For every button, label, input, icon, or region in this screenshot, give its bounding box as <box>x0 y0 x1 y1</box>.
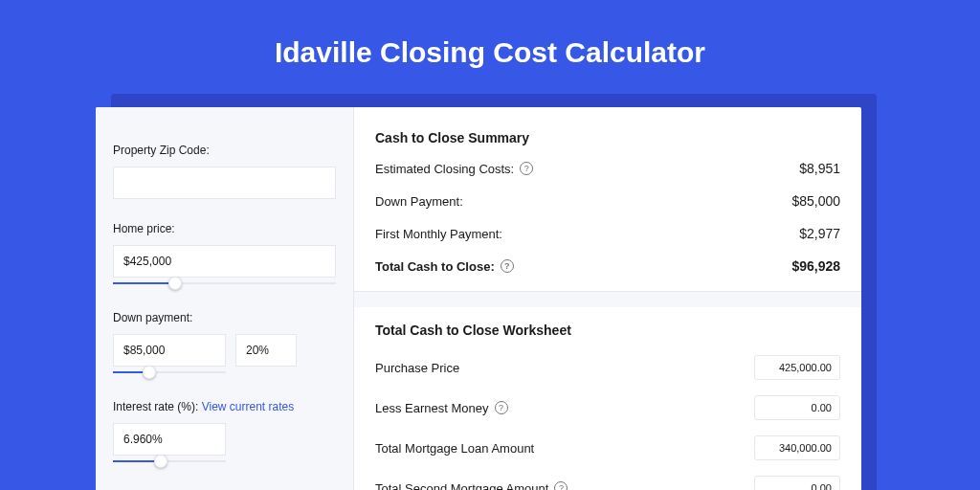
home-price-label: Home price: <box>113 222 336 235</box>
down-payment-summary-label: Down Payment: <box>375 194 463 209</box>
mortgage-loan-label: Total Mortgage Loan Amount <box>375 441 534 456</box>
worksheet-row-earnest-money: Less Earnest Money ? <box>375 395 840 420</box>
second-mortgage-input[interactable] <box>754 476 840 490</box>
input-panel: Property Zip Code: Home price: Down paym… <box>96 107 354 490</box>
earnest-money-input[interactable] <box>754 395 840 420</box>
down-payment-slider[interactable] <box>113 366 226 379</box>
home-price-slider[interactable] <box>113 277 336 290</box>
home-price-input[interactable] <box>113 245 336 278</box>
down-payment-input[interactable] <box>113 334 226 367</box>
estimated-costs-label: Estimated Closing Costs: <box>375 162 514 176</box>
summary-row-estimated-costs: Estimated Closing Costs: ? $8,951 <box>375 161 840 176</box>
worksheet-heading: Total Cash to Close Worksheet <box>375 323 840 338</box>
help-icon[interactable]: ? <box>495 401 508 414</box>
first-monthly-label: First Monthly Payment: <box>375 227 502 241</box>
calculator-card: Property Zip Code: Home price: Down paym… <box>96 107 861 490</box>
worksheet-row-second-mortgage: Total Second Mortgage Amount ? <box>375 476 840 490</box>
zip-input[interactable] <box>113 167 336 199</box>
page-title: Idaville Closing Cost Calculator <box>0 0 980 69</box>
earnest-money-label: Less Earnest Money <box>375 401 489 415</box>
view-rates-link[interactable]: View current rates <box>202 400 295 413</box>
second-mortgage-label: Total Second Mortgage Amount <box>375 481 548 491</box>
interest-rate-label: Interest rate (%): View current rates <box>113 400 336 413</box>
summary-heading: Cash to Close Summary <box>375 130 840 145</box>
worksheet-section: Total Cash to Close Worksheet Purchase P… <box>375 307 840 490</box>
interest-rate-label-text: Interest rate (%): <box>113 400 202 413</box>
summary-row-total: Total Cash to Close: ? $96,928 <box>375 258 840 274</box>
results-panel: Cash to Close Summary Estimated Closing … <box>354 107 861 490</box>
help-icon[interactable]: ? <box>520 162 533 175</box>
help-icon[interactable]: ? <box>554 481 568 490</box>
mortgage-loan-input[interactable] <box>754 435 840 460</box>
section-gap <box>354 292 861 307</box>
interest-rate-input[interactable] <box>113 423 226 456</box>
purchase-price-label: Purchase Price <box>375 361 459 375</box>
worksheet-row-purchase-price: Purchase Price <box>375 355 840 380</box>
down-payment-percent-input[interactable] <box>235 334 297 367</box>
total-cash-value: $96,928 <box>791 258 840 274</box>
down-payment-summary-value: $85,000 <box>791 193 840 209</box>
purchase-price-input[interactable] <box>754 355 840 380</box>
first-monthly-value: $2,977 <box>799 226 840 241</box>
total-cash-label: Total Cash to Close: <box>375 259 495 274</box>
estimated-costs-value: $8,951 <box>799 161 840 176</box>
zip-label: Property Zip Code: <box>113 144 336 157</box>
help-icon[interactable]: ? <box>501 259 514 273</box>
summary-row-down-payment: Down Payment: $85,000 <box>375 193 840 209</box>
summary-row-first-monthly: First Monthly Payment: $2,977 <box>375 226 840 241</box>
interest-rate-slider[interactable] <box>113 455 226 468</box>
worksheet-row-mortgage-loan: Total Mortgage Loan Amount <box>375 435 840 460</box>
down-payment-label: Down payment: <box>113 311 336 324</box>
